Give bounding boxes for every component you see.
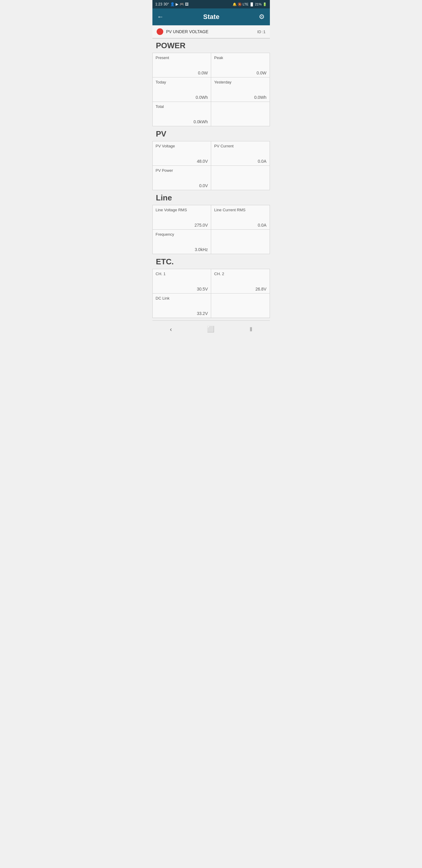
line-section: Line <box>153 191 270 205</box>
line-current-label: Line Current RMS <box>214 208 246 212</box>
power-present-value: 0.0W <box>198 70 208 75</box>
pv-power-value: 0.0V <box>199 183 208 188</box>
pv-current-label: PV Current <box>214 144 233 148</box>
pv-voltage-value: 48.0V <box>197 159 208 164</box>
alarm-icon: 🔔 <box>232 2 237 6</box>
power-row-3: Total 0.0kWh <box>153 102 269 126</box>
pv-title: PV <box>156 129 266 138</box>
power-today-label: Today <box>156 80 166 84</box>
etc-dclink-empty-cell <box>211 293 269 318</box>
power-total-value: 0.0kWh <box>194 119 208 124</box>
pv-section: PV <box>153 127 270 141</box>
power-total-empty-cell <box>211 102 269 126</box>
power-grid: Present 0.0W Peak 0.0W Today 0.0Wh Yeste… <box>153 53 270 126</box>
etc-ch1-label: CH. 1 <box>156 272 166 276</box>
line-row-1: Line Voltage RMS 275.0V Line Current RMS… <box>153 205 269 230</box>
line-freq-value: 3.0kHz <box>195 247 208 252</box>
alert-banner: PV UNDER VOLTAGE ID :1 <box>153 25 270 38</box>
etc-ch2-label: CH. 2 <box>214 272 224 276</box>
etc-row-2: DC Link 33.2V <box>153 293 269 318</box>
line-freq-empty-cell <box>211 230 269 254</box>
alert-text: PV UNDER VOLTAGE <box>166 29 208 34</box>
power-title: POWER <box>156 41 266 50</box>
line-voltage-value: 275.0V <box>195 223 208 227</box>
power-peak-value: 0.0W <box>257 70 267 75</box>
mute-icon: 🔕 <box>238 2 242 6</box>
power-peak-label: Peak <box>214 56 223 60</box>
signal-bars: ▐▌ <box>250 2 254 6</box>
etc-section: ETC. <box>153 255 270 269</box>
power-yesterday-label: Yesterday <box>214 80 231 84</box>
lte-label: LTE <box>243 2 249 6</box>
power-yesterday-cell: Yesterday 0.0Wh <box>211 78 269 101</box>
pv-row-2: PV Power 0.0V <box>153 166 269 190</box>
status-time: 1:23 <box>155 2 162 6</box>
battery-icon: 🔋 <box>263 2 267 6</box>
line-row-2: Frequency 3.0kHz <box>153 230 269 254</box>
page-title: State <box>203 13 220 21</box>
pv-voltage-label: PV Voltage <box>156 144 175 148</box>
etc-title: ETC. <box>156 257 266 267</box>
power-total-cell: Total 0.0kWh <box>153 102 212 126</box>
line-current-value: 0.0A <box>258 223 267 227</box>
etc-ch2-cell: CH. 2 26.8V <box>211 269 269 293</box>
line-voltage-cell: Line Voltage RMS 275.0V <box>153 205 212 229</box>
etc-dclink-value: 33.2V <box>197 311 208 316</box>
status-temp: 30° <box>164 2 169 6</box>
battery-level: 21% <box>255 2 261 6</box>
alert-left: PV UNDER VOLTAGE <box>157 28 208 35</box>
status-left: 1:23 30° 👤 ▶ 🎮 🖼 <box>155 2 189 6</box>
nav-home-button[interactable]: ⬜ <box>201 324 221 335</box>
bottom-nav: ‹ ⬜ ⦀ <box>153 320 270 338</box>
settings-button[interactable]: ⚙ <box>259 13 265 21</box>
power-row-2: Today 0.0Wh Yesterday 0.0Wh <box>153 78 269 102</box>
etc-ch2-value: 26.8V <box>255 287 267 291</box>
power-today-value: 0.0Wh <box>196 95 208 100</box>
alert-id: ID :1 <box>257 30 265 34</box>
app-bar: ← State ⚙ <box>153 8 270 25</box>
power-present-cell: Present 0.0W <box>153 53 212 77</box>
power-present-label: Present <box>156 56 169 60</box>
pv-current-cell: PV Current 0.0A <box>211 141 269 165</box>
pv-power-cell: PV Power 0.0V <box>153 166 212 190</box>
nav-recent-button[interactable]: ⦀ <box>244 324 258 335</box>
etc-grid: CH. 1 30.5V CH. 2 26.8V DC Link 33.2V <box>153 269 270 318</box>
pv-current-value: 0.0A <box>258 159 267 164</box>
power-section: POWER <box>153 38 270 53</box>
line-voltage-label: Line Voltage RMS <box>156 208 187 212</box>
etc-ch1-cell: CH. 1 30.5V <box>153 269 212 293</box>
pv-voltage-cell: PV Voltage 48.0V <box>153 141 212 165</box>
line-freq-label: Frequency <box>156 232 174 237</box>
power-today-cell: Today 0.0Wh <box>153 78 212 101</box>
pv-grid: PV Voltage 48.0V PV Current 0.0A PV Powe… <box>153 141 270 190</box>
line-freq-cell: Frequency 3.0kHz <box>153 230 212 254</box>
pv-row-1: PV Voltage 48.0V PV Current 0.0A <box>153 141 269 166</box>
line-title: Line <box>156 193 266 203</box>
power-peak-cell: Peak 0.0W <box>211 53 269 77</box>
etc-row-1: CH. 1 30.5V CH. 2 26.8V <box>153 269 269 293</box>
status-right: 🔔 🔕 LTE ▐▌ 21% 🔋 <box>232 2 267 6</box>
alert-indicator <box>157 28 163 35</box>
line-current-cell: Line Current RMS 0.0A <box>211 205 269 229</box>
etc-dclink-cell: DC Link 33.2V <box>153 293 212 318</box>
etc-dclink-label: DC Link <box>156 296 170 301</box>
status-bar: 1:23 30° 👤 ▶ 🎮 🖼 🔔 🔕 LTE ▐▌ 21% 🔋 <box>153 0 270 8</box>
power-total-label: Total <box>156 104 164 109</box>
etc-ch1-value: 30.5V <box>197 287 208 291</box>
status-icons: 👤 ▶ 🎮 🖼 <box>170 2 189 6</box>
power-row-1: Present 0.0W Peak 0.0W <box>153 53 269 78</box>
back-button[interactable]: ← <box>157 13 164 21</box>
pv-power-label: PV Power <box>156 168 173 173</box>
pv-power-empty-cell <box>211 166 269 190</box>
nav-back-button[interactable]: ‹ <box>164 324 178 335</box>
power-yesterday-value: 0.0Wh <box>254 95 266 100</box>
line-grid: Line Voltage RMS 275.0V Line Current RMS… <box>153 205 270 254</box>
